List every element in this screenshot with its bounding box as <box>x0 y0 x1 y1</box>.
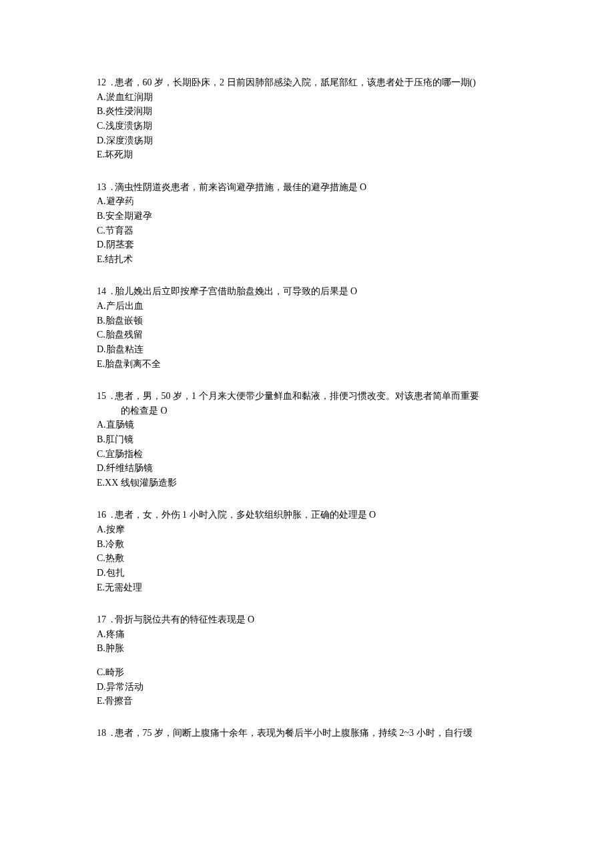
option-c: C.胎盘残留 <box>97 328 517 342</box>
option-d: D.纤维结肠镜 <box>97 461 517 476</box>
option-text: 无需处理 <box>105 582 142 592</box>
question-dot: . <box>111 389 113 404</box>
option-text: 异常活动 <box>106 682 143 692</box>
question-number: 18 <box>97 726 111 741</box>
option-text: 畸形 <box>105 667 124 677</box>
option-text: X 线钡灌肠造影 <box>111 478 177 488</box>
question-15: 15 . 患者，男，50 岁，1 个月来大便带少量鲜血和黏液，排便习惯改变。对该… <box>97 389 517 490</box>
question-18: 18 . 患者，75 岁，间断上腹痛十余年，表现为餐后半小时上腹胀痛，持续 2~… <box>97 726 517 741</box>
question-stem: 滴虫性阴道炎患者，前来咨询避孕措施，最佳的避孕措施是 O <box>115 180 518 195</box>
option-text: 浅度溃疡期 <box>105 121 152 131</box>
document-page: 12 . 患者，60 岁，长期卧床，2 日前因肺部感染入院，舐尾部红，该患者处于… <box>0 0 614 799</box>
question-number: 17 <box>97 612 111 627</box>
option-label: C. <box>97 330 105 340</box>
option-label: A. <box>97 92 106 102</box>
option-e: E.XX 线钡灌肠造影 <box>97 476 517 490</box>
option-text: 阴茎套 <box>106 240 134 250</box>
option-text: 肿胀 <box>105 643 124 653</box>
option-a: A.产后出血 <box>97 299 517 314</box>
question-number: 15 <box>97 389 111 404</box>
option-label: D. <box>97 344 106 354</box>
question-stem: 患者，75 岁，间断上腹痛十余年，表现为餐后半小时上腹胀痛，持续 2~3 小时，… <box>115 726 518 741</box>
option-c: C.宜肠指检 <box>97 447 517 462</box>
question-16: 16 . 患者，女，外伤 1 小时入院，多处软组织肿胀，正确的处理是 O A.按… <box>97 508 517 594</box>
question-stem: 骨折与脱位共有的特征性表现是 O <box>115 612 518 627</box>
option-c: C.热敷 <box>97 551 517 566</box>
option-label: B. <box>97 106 105 116</box>
option-label: D. <box>97 568 106 578</box>
option-label: B. <box>97 211 105 221</box>
option-text: 胎盘残留 <box>105 330 143 340</box>
question-number: 14 <box>97 284 111 299</box>
option-d: D.包扎 <box>97 566 517 580</box>
option-label: A. <box>97 196 106 206</box>
question-17: 17 . 骨折与脱位共有的特征性表现是 O A.疼痛 B.肿胀 C.畸形 D.异… <box>97 612 517 709</box>
question-stem-continuation: 的检查是 O <box>121 404 517 418</box>
option-text: 坏死期 <box>105 149 133 159</box>
option-label: C. <box>97 553 105 563</box>
option-label: E. <box>97 149 105 159</box>
option-b: B.安全期避孕 <box>97 209 517 224</box>
question-number: 12 <box>97 75 111 90</box>
question-stem: 胎儿娩出后立即按摩子宫借助胎盘娩出，可导致的后果是 O <box>115 284 518 299</box>
option-label: B. <box>97 643 105 653</box>
option-text: 宜肠指检 <box>105 449 143 459</box>
option-text: 肛门镜 <box>105 434 133 444</box>
option-label: C. <box>97 449 105 459</box>
option-b: B.胎盘嵌顿 <box>97 314 517 328</box>
option-e: E.无需处理 <box>97 580 517 595</box>
option-text: 直肠镜 <box>106 420 134 430</box>
option-text: 节育器 <box>105 226 133 236</box>
option-label: B. <box>97 539 105 549</box>
option-text: 安全期避孕 <box>105 211 152 221</box>
question-stem-line: 12 . 患者，60 岁，长期卧床，2 日前因肺部感染入院，舐尾部红，该患者处于… <box>97 75 517 90</box>
option-text: 结扎术 <box>105 254 133 264</box>
option-d: D.阴茎套 <box>97 238 517 252</box>
question-dot: . <box>111 284 113 299</box>
option-text: 胎盘粘连 <box>106 344 143 354</box>
option-d: D.深度溃疡期 <box>97 133 517 148</box>
question-dot: . <box>111 508 113 522</box>
option-label: D. <box>97 135 106 145</box>
option-label: C. <box>97 226 105 236</box>
option-text: 骨擦音 <box>105 696 133 706</box>
option-label: C. <box>97 121 105 131</box>
question-stem-line: 16 . 患者，女，外伤 1 小时入院，多处软组织肿胀，正确的处理是 O <box>97 508 517 522</box>
option-text: 产后出血 <box>106 301 143 311</box>
question-dot: . <box>111 180 113 195</box>
question-14: 14 . 胎儿娩出后立即按摩子宫借助胎盘娩出，可导致的后果是 O A.产后出血 … <box>97 284 517 371</box>
option-text: 淤血红润期 <box>106 92 153 102</box>
question-stem: 患者，女，外伤 1 小时入院，多处软组织肿胀，正确的处理是 O <box>115 508 518 522</box>
option-label: C. <box>97 667 105 677</box>
question-13: 13 . 滴虫性阴道炎患者，前来咨询避孕措施，最佳的避孕措施是 O A.避孕药 … <box>97 180 517 267</box>
option-b: B.肛门镜 <box>97 432 517 447</box>
question-dot: . <box>111 75 113 90</box>
option-text: 深度溃疡期 <box>106 135 153 145</box>
option-e: E.胎盘剥离不全 <box>97 357 517 372</box>
option-c: C.畸形 <box>97 665 517 680</box>
option-e: E.坏死期 <box>97 147 517 162</box>
option-label: A. <box>97 420 106 430</box>
question-stem: 患者，男，50 岁，1 个月来大便带少量鲜血和黏液，排便习惯改变。对该患者简单而… <box>115 389 518 404</box>
option-e: E.结扎术 <box>97 252 517 267</box>
question-stem-line: 13 . 滴虫性阴道炎患者，前来咨询避孕措施，最佳的避孕措施是 O <box>97 180 517 195</box>
option-a: A.疼痛 <box>97 627 517 642</box>
option-label: B. <box>97 434 105 444</box>
option-a: A.避孕药 <box>97 194 517 209</box>
question-dot: . <box>111 726 113 741</box>
option-label: E.X <box>97 478 111 488</box>
question-number: 13 <box>97 180 111 195</box>
option-label: A. <box>97 301 106 311</box>
option-label: D. <box>97 240 106 250</box>
option-text: 纤维结肠镜 <box>106 463 153 473</box>
question-12: 12 . 患者，60 岁，长期卧床，2 日前因肺部感染入院，舐尾部红，该患者处于… <box>97 75 517 162</box>
option-b: B.肿胀 <box>97 641 517 656</box>
option-label: B. <box>97 316 105 326</box>
question-stem-line: 15 . 患者，男，50 岁，1 个月来大便带少量鲜血和黏液，排便习惯改变。对该… <box>97 389 517 404</box>
option-b: B.炎性浸润期 <box>97 104 517 119</box>
question-number: 16 <box>97 508 111 522</box>
option-c: C.节育器 <box>97 224 517 238</box>
option-a: A.淤血红润期 <box>97 90 517 105</box>
option-label: A. <box>97 629 106 639</box>
option-label: E. <box>97 359 105 369</box>
